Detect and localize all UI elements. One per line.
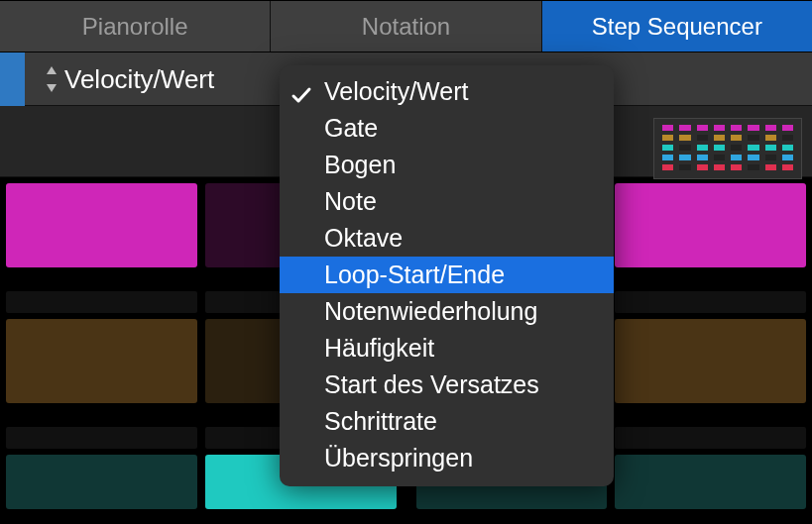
edit-mode-menu-item[interactable]: Notenwiederholung <box>280 293 614 330</box>
overview-cell <box>748 164 758 170</box>
overview-cell <box>697 164 708 170</box>
tab-notation[interactable]: Notation <box>271 1 541 52</box>
editor-tabbar: Pianorolle Notation Step Sequencer <box>0 0 812 52</box>
overview-cell <box>782 125 793 131</box>
overview-cell <box>748 145 758 151</box>
overview-cell <box>662 125 673 131</box>
overview-cell <box>662 155 673 160</box>
menu-item-label: Notenwiederholung <box>324 297 537 325</box>
menu-item-label: Häufigkeit <box>324 334 434 362</box>
menu-item-label: Start des Versatzes <box>324 370 539 398</box>
step-cell[interactable] <box>6 183 197 267</box>
menu-item-label: Gate <box>324 114 378 142</box>
step-cell[interactable] <box>615 319 806 403</box>
overview-cell <box>748 125 758 131</box>
step-cell[interactable] <box>615 455 806 509</box>
overview-cell <box>697 145 708 151</box>
overview-cell <box>714 135 725 141</box>
overview-cell <box>662 145 673 151</box>
menu-item-label: Note <box>324 187 377 215</box>
overview-cell <box>679 155 690 160</box>
step-gap <box>615 291 806 313</box>
step-gap <box>615 427 806 449</box>
overview-cell <box>697 125 708 131</box>
vertical-stepper-icon <box>45 64 58 94</box>
overview-cell <box>782 135 793 141</box>
overview-cell <box>782 164 793 170</box>
overview-cell <box>748 155 758 160</box>
edit-mode-menu-item[interactable]: Note <box>280 183 614 220</box>
step-gap <box>6 291 197 313</box>
overview-cell <box>731 135 742 141</box>
menu-item-label: Schrittrate <box>324 407 437 435</box>
overview-cell <box>765 135 776 141</box>
overview-cell <box>765 145 776 151</box>
menu-item-label: Überspringen <box>324 444 473 472</box>
checkmark-icon <box>290 80 313 104</box>
overview-cell <box>714 125 725 131</box>
edit-mode-menu-item[interactable]: Start des Versatzes <box>280 367 614 403</box>
overview-cell <box>731 125 742 131</box>
overview-cell <box>782 145 793 151</box>
pattern-overview[interactable] <box>653 118 802 179</box>
overview-cell <box>731 145 742 151</box>
edit-mode-label[interactable]: Velocity/Wert <box>64 63 214 94</box>
overview-cell <box>662 164 673 170</box>
edit-mode-menu-item[interactable]: Velocity/Wert <box>280 73 614 110</box>
edit-mode-menu-item[interactable]: Schrittrate <box>280 403 614 440</box>
overview-cell <box>731 155 742 160</box>
menu-item-label: Bogen <box>324 151 396 178</box>
step-cell[interactable] <box>6 319 197 403</box>
overview-cell <box>662 135 673 141</box>
overview-cell <box>714 145 725 151</box>
overview-cell <box>765 155 776 160</box>
overview-cell <box>697 155 708 160</box>
step-sequencer-window: Pianorolle Notation Step Sequencer Veloc… <box>0 0 812 524</box>
menu-item-label: Loop-Start/Ende <box>324 261 505 288</box>
edit-mode-menu-item[interactable]: Bogen <box>280 147 614 183</box>
overview-cell <box>765 125 776 131</box>
overview-cell <box>714 164 725 170</box>
step-cell[interactable] <box>6 455 197 509</box>
overview-cell <box>697 135 708 141</box>
step-gap <box>6 427 197 449</box>
edit-mode-menu[interactable]: Velocity/WertGateBogenNoteOktaveLoop-Sta… <box>280 65 614 486</box>
tab-pianoroll[interactable]: Pianorolle <box>0 1 271 52</box>
menu-item-label: Oktave <box>324 224 403 252</box>
overview-cell <box>679 125 690 131</box>
overview-cell <box>679 135 690 141</box>
tab-step-sequencer[interactable]: Step Sequencer <box>542 1 812 52</box>
overview-cell <box>765 164 776 170</box>
overview-cell <box>679 164 690 170</box>
menu-item-label: Velocity/Wert <box>324 77 468 105</box>
svg-marker-1 <box>47 84 57 92</box>
overview-cell <box>731 164 742 170</box>
edit-mode-menu-item[interactable]: Gate <box>280 110 614 147</box>
step-cell[interactable] <box>615 183 806 267</box>
overview-cell <box>748 135 758 141</box>
overview-cell <box>679 145 690 151</box>
overview-cell <box>782 155 793 160</box>
overview-cell <box>714 155 725 160</box>
track-color-swatch <box>0 52 25 106</box>
edit-mode-stepper[interactable] <box>45 64 58 94</box>
edit-mode-menu-item[interactable]: Oktave <box>280 220 614 257</box>
edit-mode-menu-item[interactable]: Loop-Start/Ende <box>280 257 614 293</box>
edit-mode-menu-item[interactable]: Häufigkeit <box>280 330 614 367</box>
edit-mode-menu-item[interactable]: Überspringen <box>280 440 614 476</box>
svg-marker-0 <box>47 66 57 74</box>
